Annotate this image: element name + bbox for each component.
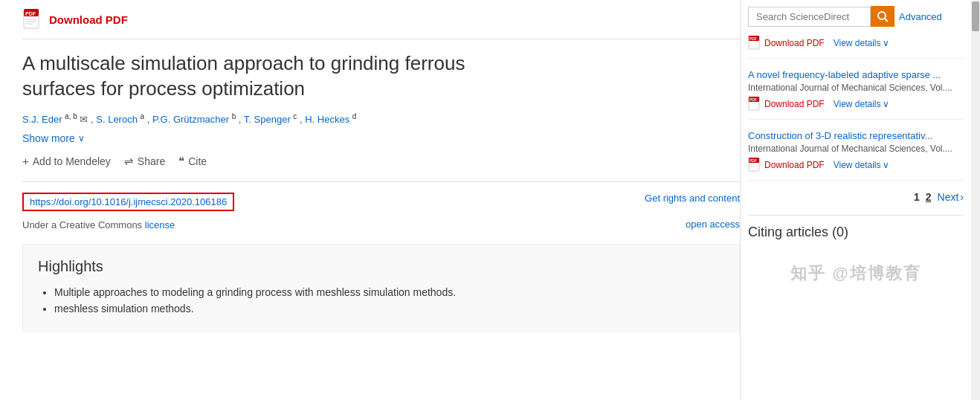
- svg-point-6: [878, 12, 886, 19]
- scrollbar-track[interactable]: [971, 0, 980, 400]
- svg-line-7: [885, 19, 888, 22]
- sidebar-details-btn-2[interactable]: View details ∨: [834, 160, 889, 170]
- chevron-down-icon-2: ∨: [883, 160, 889, 170]
- action-row: + Add to Mendeley ⇌ Share ❝ Cite: [22, 155, 740, 168]
- pagination: 1 2 Next ›: [748, 191, 964, 203]
- pdf-mini-icon-2: PDF: [748, 158, 761, 172]
- license-link[interactable]: license: [145, 219, 175, 230]
- authors-line: S.J. Eder a, b ✉ , S. Leroch a , P.G. Gr…: [22, 112, 740, 125]
- pdf-mini-icon-1: PDF: [748, 97, 761, 112]
- download-pdf-button[interactable]: Download PDF: [49, 13, 128, 26]
- sidebar-top-download-btn[interactable]: PDF Download PDF: [748, 36, 825, 51]
- highlight-item: Multiple approaches to modeling a grindi…: [54, 284, 724, 300]
- chevron-right-icon: ›: [960, 191, 964, 203]
- divider: [748, 215, 964, 216]
- chevron-down-icon: ∨: [883, 38, 889, 48]
- pdf-mini-icon: PDF: [748, 36, 761, 51]
- quote-icon: ❝: [178, 155, 184, 168]
- main-content: PDF Download PDF A multiscale simulation…: [0, 0, 741, 400]
- search-icon: [877, 10, 889, 22]
- scrollbar-thumb[interactable]: [972, 1, 979, 31]
- author-link-heckes[interactable]: H. Heckes: [305, 114, 349, 125]
- watermark: 知乎 @培博教育: [748, 262, 964, 285]
- plus-icon: +: [22, 155, 29, 167]
- open-access-badge: open access: [686, 219, 740, 230]
- svg-text:PDF: PDF: [749, 97, 757, 102]
- doi-link[interactable]: https://doi.org/10.1016/j.ijmecsci.2020.…: [22, 193, 234, 211]
- sidebar: Advanced PDF Download PDF View details ∨…: [741, 0, 971, 400]
- svg-text:PDF: PDF: [25, 11, 36, 16]
- search-button[interactable]: [871, 6, 894, 27]
- search-bar: Advanced: [748, 6, 964, 27]
- sidebar-related-article-1: A novel frequency-labeled adaptive spars…: [748, 69, 964, 120]
- doi-section: https://doi.org/10.1016/j.ijmecsci.2020.…: [22, 181, 740, 230]
- sidebar-download-btn-1[interactable]: PDF Download PDF: [748, 97, 825, 112]
- sidebar-related-article-2: Construction of 3-D realistic representa…: [748, 130, 964, 181]
- top-bar: PDF Download PDF: [22, 0, 740, 39]
- sidebar-download-btn-2[interactable]: PDF Download PDF: [748, 158, 825, 172]
- chevron-down-icon: ∨: [78, 133, 85, 143]
- related-article-journal-1: International Journal of Mechanical Scie…: [748, 83, 964, 93]
- citing-articles-title: Citing articles (0): [748, 225, 964, 240]
- advanced-search-link[interactable]: Advanced: [899, 11, 942, 22]
- author-link-leroch[interactable]: S. Leroch: [96, 114, 138, 125]
- share-button[interactable]: ⇌ Share: [124, 155, 165, 168]
- next-page-button[interactable]: Next ›: [938, 191, 964, 203]
- show-more-button[interactable]: Show more ∨: [22, 132, 85, 144]
- author-link-grutzmacher[interactable]: P.G. Grützmacher: [152, 114, 229, 125]
- related-article-journal-2: International Journal of Mechanical Scie…: [748, 143, 964, 154]
- chevron-down-icon-1: ∨: [883, 99, 889, 109]
- author-link-spenger[interactable]: T. Spenger: [244, 114, 291, 125]
- svg-text:PDF: PDF: [749, 158, 757, 163]
- highlight-item: meshless simulation methods.: [54, 300, 724, 317]
- page-2-button[interactable]: 2: [926, 191, 932, 203]
- svg-text:PDF: PDF: [749, 36, 757, 41]
- sidebar-details-btn-1[interactable]: View details ∨: [834, 99, 889, 109]
- page-1-button[interactable]: 1: [914, 191, 920, 203]
- cite-button[interactable]: ❝ Cite: [178, 155, 207, 168]
- article-title: A multiscale simulation approach to grin…: [22, 51, 468, 102]
- sidebar-top-article: PDF Download PDF View details ∨: [748, 36, 964, 59]
- get-rights-link[interactable]: Get rights and content: [645, 193, 740, 204]
- related-article-title-2[interactable]: Construction of 3-D realistic representa…: [748, 130, 964, 141]
- highlights-section: Highlights Multiple approaches to modeli…: [22, 244, 740, 332]
- highlights-list: Multiple approaches to modeling a grindi…: [38, 284, 724, 317]
- pdf-icon: PDF: [22, 9, 43, 30]
- sidebar-top-details-btn[interactable]: View details ∨: [834, 38, 889, 48]
- search-input[interactable]: [748, 7, 871, 27]
- add-to-mendeley-button[interactable]: + Add to Mendeley: [22, 155, 111, 167]
- share-icon: ⇌: [124, 155, 134, 168]
- highlights-title: Highlights: [38, 258, 724, 275]
- related-article-title-1[interactable]: A novel frequency-labeled adaptive spars…: [748, 69, 964, 80]
- author-link-eder[interactable]: S.J. Eder: [22, 114, 62, 125]
